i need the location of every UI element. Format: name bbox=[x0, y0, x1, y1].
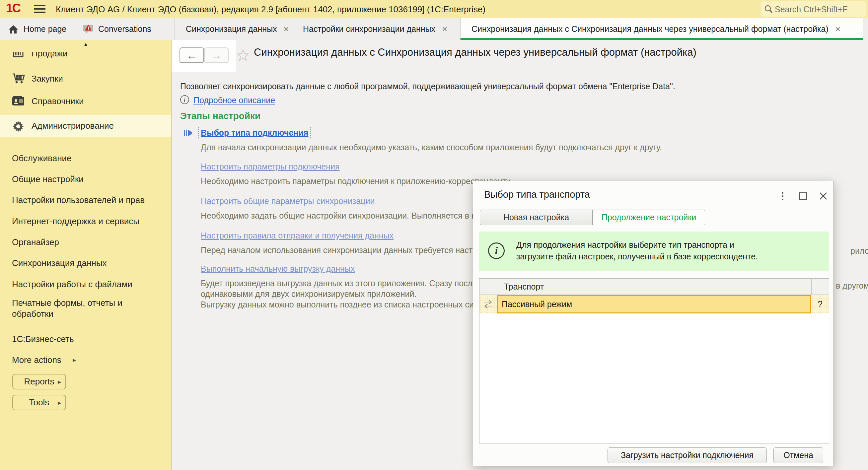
table-header: Транспорт bbox=[479, 279, 829, 295]
close-icon[interactable] bbox=[817, 190, 829, 202]
step-link-initial-upload[interactable]: Выполнить начальную выгрузку данных bbox=[201, 264, 355, 274]
sidebar-item-catalogs[interactable]: Справочники bbox=[0, 92, 171, 111]
catalogs-icon bbox=[11, 94, 26, 108]
sidebar-item-business-network[interactable]: 1С:Бизнес-сеть bbox=[0, 332, 171, 346]
tab-label: Синхронизация данных bbox=[186, 24, 277, 34]
table-row-passive-mode[interactable]: Пассивный режим bbox=[497, 295, 811, 313]
cancel-button[interactable]: Отмена bbox=[773, 447, 823, 463]
purchases-icon bbox=[11, 71, 26, 86]
tab-label: Синхронизация данных с Синхронизация дан… bbox=[471, 24, 829, 34]
sidebar-item-label: Настройки работы с файлами bbox=[12, 279, 132, 289]
sidebar-item-label: Синхронизация данных bbox=[12, 258, 107, 268]
transport-table: Транспорт Пассивный режим ? bbox=[479, 278, 829, 443]
sidebar-item-organizer[interactable]: Органайзер bbox=[0, 236, 171, 249]
sidebar-item-label: 1С:Бизнес-сеть bbox=[12, 334, 74, 344]
app-window: 1С Клиент ЭДО AG / Клиент ЭДО (базовая),… bbox=[0, 0, 868, 470]
step-desc-line: одинаковыми для двух синхронизируемых пр… bbox=[201, 288, 416, 299]
home-icon bbox=[8, 25, 18, 34]
tab-conversations[interactable]: Conversations bbox=[77, 18, 175, 40]
tab-close-icon[interactable]: × bbox=[284, 24, 289, 34]
sidebar-item-sales[interactable]: Продажи bbox=[0, 52, 171, 63]
maximize-icon[interactable] bbox=[797, 190, 809, 202]
favorite-star-icon[interactable] bbox=[237, 49, 249, 62]
steps-heading: Этапы настройки bbox=[180, 111, 260, 121]
back-button[interactable]: ← bbox=[180, 48, 204, 63]
column-header-transport: Транспорт bbox=[504, 282, 544, 291]
tools-label: Tools bbox=[29, 397, 50, 408]
column-divider bbox=[497, 279, 497, 295]
sidebar-item-data-sync[interactable]: Синхронизация данных bbox=[0, 256, 171, 270]
arrow-right-icon: → bbox=[211, 50, 222, 61]
detailed-description-link[interactable]: Подробное описание bbox=[193, 96, 275, 105]
transport-type-dialog: Выбор типа транспорта Новая настройка Пр… bbox=[473, 181, 834, 466]
conversations-icon bbox=[82, 24, 94, 35]
transport-value: Пассивный режим bbox=[502, 300, 572, 309]
sidebar-item-general-settings[interactable]: Общие настройки bbox=[0, 173, 171, 186]
text-fragment: риложени bbox=[850, 246, 868, 256]
sidebar-item-label: Обслуживание bbox=[12, 153, 72, 163]
chevron-right-icon: ▸ bbox=[58, 378, 61, 386]
row-help-cell[interactable]: ? bbox=[811, 295, 829, 313]
reports-button[interactable]: Reports ▸ bbox=[12, 374, 66, 389]
sidebar-item-label: Органайзер bbox=[12, 237, 59, 247]
forward-button[interactable]: → bbox=[204, 48, 228, 63]
page-title: Синхронизация данных с Синхронизация дан… bbox=[254, 46, 696, 58]
tab-label: Новая настройка bbox=[503, 213, 569, 222]
sidebar-item-purchases[interactable]: Закупки bbox=[0, 69, 171, 88]
info-icon: i bbox=[180, 95, 189, 104]
tab-continue-setup[interactable]: Продолжение настройки bbox=[593, 210, 705, 225]
tab-sync-data[interactable]: Синхронизация данных × bbox=[175, 18, 292, 40]
tab-sync-universal-format[interactable]: Синхронизация данных с Синхронизация дан… bbox=[461, 18, 863, 40]
step-link-send-receive-rules[interactable]: Настроить правила отправки и получения д… bbox=[201, 231, 394, 241]
global-search[interactable] bbox=[761, 1, 866, 17]
tab-close-icon[interactable]: × bbox=[835, 24, 840, 34]
search-input[interactable] bbox=[774, 1, 865, 17]
sidebar-item-label: Интернет-поддержка и сервисы bbox=[12, 216, 140, 226]
question-mark-icon: ? bbox=[817, 299, 823, 310]
sidebar-divider bbox=[0, 142, 172, 142]
step-desc: Необходимо настроить параметры подключен… bbox=[201, 176, 512, 186]
reports-label: Reports bbox=[24, 376, 54, 387]
info-icon: i bbox=[488, 243, 505, 259]
info-banner-line: загрузите файл настроек, полученный в ба… bbox=[516, 251, 758, 262]
sidebar-collapse-icon[interactable]: ▲ bbox=[0, 41, 172, 47]
tab-new-setup[interactable]: Новая настройка bbox=[480, 210, 593, 225]
info-banner: i Для продолжения настройки выберите тип… bbox=[479, 231, 829, 271]
tab-sync-settings[interactable]: Настройки синхронизации данных × bbox=[292, 18, 461, 40]
search-icon bbox=[764, 4, 773, 14]
sidebar-item-print-forms[interactable]: Печатные формы, отчеты и обработки bbox=[0, 297, 171, 319]
tab-label: Conversations bbox=[98, 24, 151, 34]
tools-button[interactable]: Tools ▸ bbox=[12, 395, 66, 410]
sidebar-item-maintenance[interactable]: Обслуживание bbox=[0, 152, 171, 165]
sales-icon bbox=[11, 52, 26, 61]
chevron-right-icon: ▸ bbox=[73, 356, 76, 364]
tab-close-icon[interactable]: × bbox=[442, 24, 447, 34]
sidebar-item-label: Общие настройки bbox=[12, 174, 84, 184]
row-marker-cell bbox=[479, 295, 497, 313]
step-link-connection-type[interactable]: Выбор типа подключения bbox=[198, 127, 311, 139]
sidebar-item-internet-support[interactable]: Интернет-поддержка и сервисы bbox=[0, 215, 171, 228]
load-connection-settings-button[interactable]: Загрузить настройки подключения bbox=[608, 447, 767, 463]
main-menu-icon[interactable] bbox=[34, 5, 45, 13]
button-label: Загрузить настройки подключения bbox=[621, 450, 753, 460]
more-actions-label: More actions bbox=[12, 355, 61, 365]
sidebar-item-label: Настройки пользователей и прав bbox=[12, 195, 145, 205]
step-link-general-params[interactable]: Настроить общие параметры синхронизации bbox=[201, 196, 375, 206]
current-step-arrow-icon bbox=[184, 129, 193, 137]
sidebar-item-label: Печатные формы, отчеты и обработки bbox=[12, 297, 145, 319]
sidebar-more-actions[interactable]: More actions ▸ bbox=[0, 353, 171, 367]
step-link-connection-params[interactable]: Настроить параметры подключения bbox=[201, 162, 340, 171]
sidebar-item-file-settings[interactable]: Настройки работы с файлами bbox=[0, 278, 171, 291]
sidebar-item-administration[interactable]: Администрирование bbox=[0, 115, 171, 137]
tab-home[interactable]: Home page bbox=[0, 18, 77, 40]
step-desc: Для начала синхронизации данных необходи… bbox=[201, 142, 662, 153]
sync-arrows-icon bbox=[483, 299, 494, 309]
tab-label: Настройки синхронизации данных bbox=[303, 24, 435, 34]
dialog-menu-icon[interactable] bbox=[777, 190, 788, 202]
button-label: Отмена bbox=[783, 450, 813, 460]
sidebar-item-user-rights[interactable]: Настройки пользователей и прав bbox=[0, 193, 171, 207]
sidebar-clipped-region: Продажи bbox=[0, 52, 171, 64]
1c-logo-icon: 1С bbox=[6, 1, 20, 15]
sidebar: ▲ Продажи Закупки Справочники bbox=[0, 40, 172, 470]
gear-icon bbox=[11, 118, 26, 133]
